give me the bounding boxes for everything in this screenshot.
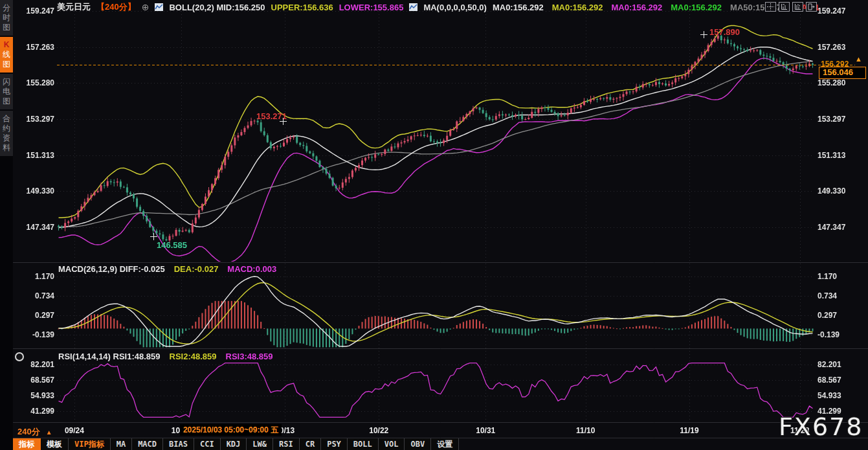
watermark: FX678	[779, 412, 863, 441]
tab-模板[interactable]: 模板	[41, 438, 69, 450]
tab-MACD[interactable]: MACD	[132, 438, 163, 450]
tab-VOL[interactable]: VOL	[379, 438, 405, 450]
rsi3-value: RSI3:48.859	[226, 352, 273, 361]
sidebar-item-char: 料	[0, 143, 13, 153]
chart-canvas[interactable]	[0, 0, 868, 450]
tab-PSY[interactable]: PSY	[321, 438, 348, 450]
axis-label: 1.170	[17, 272, 54, 281]
tab-OBV[interactable]: OBV	[405, 438, 431, 450]
axis-label: 157.263	[17, 43, 54, 52]
panel-collapse-icon[interactable]	[15, 352, 24, 361]
axis-label: -0.139	[17, 330, 54, 339]
axis-label: 149.330	[818, 186, 845, 196]
axis-label: 155.280	[17, 78, 54, 87]
price-line-arrow-icon: ▲	[855, 55, 862, 63]
sidebar-item-3[interactable]: 合约资料	[0, 111, 13, 156]
axis-label: 159.247	[818, 6, 845, 16]
indicator-toolbar: 指标模板VIP指标MAMACDBIASCCIKDJLW&RSICRPSYBOLL…	[13, 438, 459, 450]
boll-indicator-icon[interactable]	[155, 3, 163, 11]
period-up-triangle-icon: ▲	[46, 429, 52, 436]
sidebar-item-0[interactable]: 分时图	[0, 0, 13, 36]
rsi2-value: RSI2:48.859	[170, 352, 217, 361]
tab-KDJ[interactable]: KDJ	[221, 438, 247, 450]
boll-values: BOLL(20,2) MID:156.250	[169, 3, 265, 12]
add-indicator-icon[interactable]: ⊕	[142, 2, 150, 12]
axis-label: 82.201	[818, 360, 841, 369]
axis-label: 151.313	[818, 151, 845, 160]
tab-RSI[interactable]: RSI	[273, 438, 300, 450]
sidebar-item-char: 资	[0, 133, 13, 143]
x-tick-11/19: 11/19	[680, 426, 698, 435]
x-tick-11/10: 11/10	[576, 426, 595, 435]
chart-header: 美元日元 【240分】 ⊕ BOLL(20,2) MID:156.250 UPP…	[57, 1, 819, 13]
axis-label: 68.567	[818, 376, 841, 385]
period-label[interactable]: 【240分】	[96, 1, 136, 13]
sidebar-item-char: 约	[0, 124, 13, 133]
axis-label: 68.567	[17, 376, 54, 385]
tab-VIP指标[interactable]: VIP指标	[69, 438, 111, 450]
ma-indicator-icon[interactable]	[409, 3, 417, 11]
rsi-panel-header: RSI(14,14,14) RSI1:48.859 RSI2:48.859 RS…	[58, 352, 273, 361]
sidebar-item-char: 图	[0, 96, 13, 106]
tab-指标[interactable]: 指标	[13, 438, 41, 450]
rsi1-value: RSI(14,14,14) RSI1:48.859	[58, 352, 161, 361]
sidebar-item-char: K	[0, 40, 13, 50]
sidebar-item-char: 图	[0, 23, 13, 32]
axis-label: 0.734	[818, 291, 837, 300]
axis-label: 54.933	[17, 391, 54, 400]
sidebar-item-char: 线	[0, 50, 13, 60]
crosshair-marker-icon	[700, 31, 707, 38]
axis-scale-right-icon[interactable]	[792, 2, 803, 12]
x-tick-10/31: 10/31	[476, 426, 495, 435]
sidebar-item-char: 图	[0, 60, 13, 69]
price-annotation-2: 146.585	[157, 240, 187, 250]
sidebar-item-2[interactable]: 闪电图	[0, 74, 13, 109]
axis-label: 41.299	[17, 407, 54, 416]
ma-group-label: MA(0,0,0,0,50,0)	[423, 3, 487, 12]
period-selector[interactable]: 240分▲	[17, 426, 52, 438]
axis-label: 147.347	[818, 223, 845, 232]
price-annotation-0: 157.890	[709, 27, 740, 37]
tab-MA[interactable]: MA	[111, 438, 132, 450]
axis-scale-left-icon[interactable]	[779, 2, 790, 12]
tab-BIAS[interactable]: BIAS	[163, 438, 194, 450]
axis-label: 1.170	[818, 272, 837, 281]
axis-label: 157.263	[818, 43, 845, 52]
exit-chart-icon[interactable]	[806, 2, 817, 12]
boll-upper-value: UPPER:156.636	[271, 3, 333, 12]
sidebar-item-char: 电	[0, 87, 13, 96]
axis-label: 147.347	[17, 223, 54, 232]
axis-label: 153.297	[818, 115, 845, 124]
sidebar: 分时图K线图闪电图合约资料	[0, 0, 13, 450]
sidebar-item-char: 时	[0, 13, 13, 23]
axis-label: 149.330	[17, 186, 54, 196]
ma-value-3: MA0:156.292	[671, 3, 722, 12]
axis-label: 54.933	[818, 391, 841, 400]
ma-value-2: MA0:156.292	[611, 3, 662, 12]
axis-label: -0.139	[818, 330, 840, 339]
tab-设置[interactable]: 设置	[431, 438, 459, 450]
current-price-badge: 156.046	[819, 67, 866, 79]
tab-BOLL[interactable]: BOLL	[348, 438, 379, 450]
axis-label: 0.297	[818, 311, 837, 320]
tab-LW&[interactable]: LW&	[247, 438, 273, 450]
axis-label: 153.297	[17, 115, 54, 124]
sidebar-item-char: 闪	[0, 77, 13, 87]
crosshair-marker-icon	[280, 118, 287, 125]
sidebar-item-1[interactable]: K线图	[0, 37, 13, 73]
axis-label: 151.313	[17, 151, 54, 160]
axis-label: 0.734	[17, 291, 54, 300]
symbol-title: 美元日元	[57, 1, 91, 13]
axis-label: 82.201	[17, 360, 54, 369]
move-icon[interactable]	[765, 2, 776, 12]
axis-label: 159.247	[17, 6, 54, 16]
tab-CR[interactable]: CR	[300, 438, 321, 450]
trading-app: 分时图K线图闪电图合约资料 美元日元 【240分】 ⊕ BOLL(20,2) M…	[0, 0, 868, 450]
ma-value-0: MA0:156.292	[493, 3, 544, 12]
xaxis-hover-tooltip: 2025/10/03 05:00~09:00 五	[180, 424, 282, 436]
crosshair-marker-icon	[150, 233, 157, 240]
tab-CCI[interactable]: CCI	[194, 438, 221, 450]
window-controls	[765, 2, 817, 12]
x-tick-09/24: 09/24	[65, 426, 84, 435]
period-selector-label: 240分	[17, 427, 40, 436]
